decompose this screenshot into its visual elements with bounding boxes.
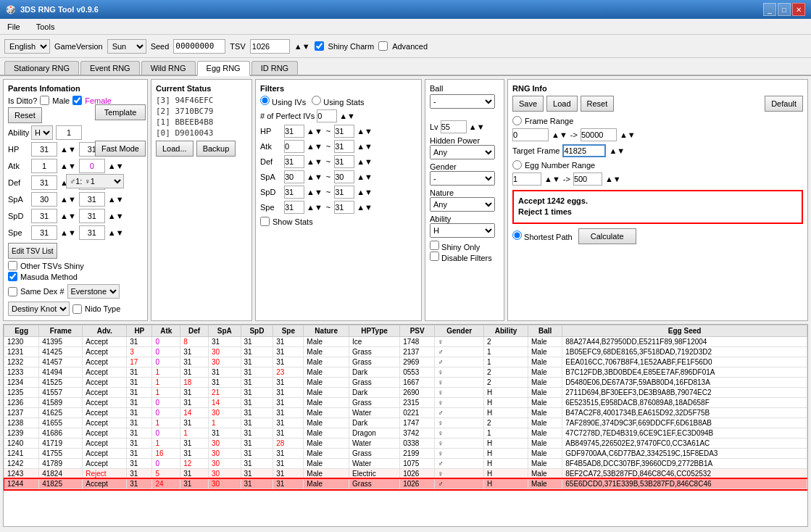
shortest-path-radio[interactable]	[512, 230, 522, 240]
seed-input[interactable]	[173, 39, 225, 54]
table-row: 123641589Accept31031143131MaleGrass2315♀…	[4, 398, 807, 408]
filter-hp-min[interactable]	[284, 125, 304, 138]
gender-label: Gender	[430, 162, 457, 171]
filter-spe-min[interactable]	[284, 201, 304, 214]
rng-reset-button[interactable]: Reset	[581, 96, 615, 112]
nido-type-checkbox[interactable]	[72, 304, 82, 314]
filter-spe-max[interactable]	[334, 201, 354, 214]
spd-input-1[interactable]	[31, 209, 57, 223]
using-ivs-radio[interactable]	[260, 96, 270, 105]
filter-atk-min[interactable]	[284, 140, 304, 153]
spe-input-2[interactable]	[79, 225, 105, 240]
minimize-button[interactable]: _	[763, 3, 776, 16]
shiny-charm-label: Shiny Charm	[328, 42, 375, 51]
spa-input-1[interactable]	[31, 192, 57, 207]
masuda-label: Masuda Method	[20, 273, 78, 281]
backup-button[interactable]: Backup	[196, 141, 236, 157]
gender-ratio-select[interactable]: ♂1: ♀1	[66, 174, 124, 188]
results-table: Egg Frame Adv. HP Atk Def SpA SpD Spe Na…	[4, 325, 807, 489]
filter-spa-min[interactable]	[284, 170, 304, 183]
atk-label: Atk	[8, 162, 28, 170]
fast-mode-button[interactable]: Fast Mode	[95, 141, 146, 157]
ability-input-2[interactable]	[56, 125, 82, 140]
spa-row: SpA ▲▼ ▲▼	[8, 192, 143, 207]
filter-spe-label: Spe	[260, 203, 282, 212]
def-input-1[interactable]	[31, 175, 57, 190]
hp-input-1[interactable]	[31, 142, 57, 157]
female-checkbox[interactable]	[72, 96, 82, 105]
table-container[interactable]: Egg Frame Adv. HP Atk Def SpA SpD Spe Na…	[3, 324, 808, 527]
frame-range-max[interactable]	[581, 128, 617, 141]
close-button[interactable]: ✕	[792, 3, 805, 16]
ball-label: Ball	[430, 84, 443, 93]
game-version-select[interactable]: Sun Moon	[107, 39, 146, 54]
edit-tsv-button[interactable]: Edit TSV List	[8, 243, 57, 259]
table-body: 123041395Accept3108313131MaleIce1748♀2Ma…	[4, 337, 807, 489]
app-icon: 🎲	[6, 5, 16, 14]
menu-tools[interactable]: Tools	[32, 21, 59, 33]
filter-spd-max[interactable]	[334, 186, 354, 199]
ball-select[interactable]: -	[430, 94, 495, 109]
lv-input[interactable]	[441, 120, 467, 133]
frame-range-min[interactable]	[512, 128, 549, 141]
spa-input-2[interactable]	[79, 192, 105, 207]
male-checkbox[interactable]	[40, 96, 49, 105]
atk-input-2[interactable]	[79, 159, 105, 173]
tab-id[interactable]: ID RNG	[251, 61, 299, 75]
default-button[interactable]: Default	[765, 96, 803, 112]
language-select[interactable]: English	[4, 39, 50, 54]
target-frame-input[interactable]	[562, 144, 606, 157]
tab-wild[interactable]: Wild RNG	[141, 61, 196, 75]
reset-button[interactable]: Reset	[8, 107, 42, 123]
tab-stationary[interactable]: Stationary RNG	[4, 61, 79, 75]
filter-def-min[interactable]	[284, 155, 304, 168]
nature-select[interactable]: Any	[430, 197, 495, 212]
save-button[interactable]: Save	[512, 96, 544, 112]
tab-egg[interactable]: Egg RNG	[197, 61, 250, 76]
calculate-button[interactable]: Calculate	[578, 228, 636, 244]
filter-spa-max[interactable]	[334, 170, 354, 183]
item1-select[interactable]: Everstone	[67, 284, 120, 299]
tsv-input[interactable]	[250, 39, 290, 54]
menu-file[interactable]: File	[3, 21, 25, 33]
egg-range-max[interactable]	[573, 173, 602, 186]
same-dex-checkbox[interactable]	[8, 287, 17, 296]
show-stats-checkbox[interactable]	[260, 217, 270, 226]
target-frame-label: Target Frame	[512, 146, 560, 155]
load-button[interactable]: Load...	[156, 141, 194, 157]
filter-spd-min[interactable]	[284, 186, 304, 199]
rng-load-button[interactable]: Load	[546, 96, 577, 112]
title-bar: 🎲 3DS RNG Tool v0.9.6 _ □ ✕	[0, 0, 811, 19]
col-psv: PSV	[400, 325, 435, 337]
egg-number-range-radio[interactable]	[512, 160, 522, 170]
ability-select-1[interactable]: H	[31, 125, 53, 140]
filter-def-max[interactable]	[334, 155, 354, 168]
template-button[interactable]: Template	[95, 104, 146, 120]
advanced-checkbox[interactable]	[378, 41, 388, 51]
table-row: 124441825Accept312431303131MaleGrass1026…	[4, 479, 807, 489]
spe-input-1[interactable]	[31, 225, 57, 240]
using-ivs-label: Using IVs	[260, 96, 306, 107]
tab-event[interactable]: Event RNG	[80, 61, 140, 75]
gender-select[interactable]: -	[430, 171, 495, 186]
shiny-only-checkbox[interactable]	[430, 241, 439, 250]
filter-atk-max[interactable]	[334, 140, 354, 153]
item2-select[interactable]: Destiny Knot	[8, 302, 70, 316]
col-hp: HP	[127, 325, 152, 337]
shiny-charm-checkbox[interactable]	[315, 41, 324, 51]
hidden-power-select[interactable]: Any	[430, 145, 495, 159]
disable-filters-label: Disable Filters	[430, 254, 492, 262]
masuda-checkbox[interactable]	[8, 272, 17, 281]
disable-filters-checkbox[interactable]	[430, 252, 439, 261]
spd-input-2[interactable]	[79, 209, 105, 223]
filter-hp-row: HP ▲▼ ~ ▲▼	[260, 125, 417, 138]
frame-range-radio[interactable]	[512, 116, 522, 125]
ability-filter-select[interactable]: H	[430, 223, 495, 238]
filter-hp-max[interactable]	[334, 125, 354, 138]
egg-range-min[interactable]	[512, 173, 541, 186]
other-tsvs-checkbox[interactable]	[8, 261, 17, 270]
perfect-ivs-input[interactable]	[317, 109, 337, 122]
using-stats-radio[interactable]	[312, 96, 321, 105]
maximize-button[interactable]: □	[778, 3, 791, 16]
atk-input-1[interactable]	[31, 159, 57, 173]
